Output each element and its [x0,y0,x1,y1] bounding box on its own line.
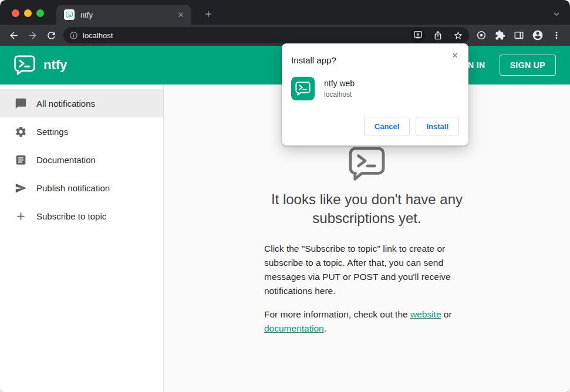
minimize-window-button[interactable] [24,9,32,17]
sidebar-item-label: Documentation [36,155,96,165]
sidebar-item-documentation[interactable]: Documentation [0,146,163,174]
password-manager-extension-icon[interactable] [473,26,490,44]
address-bar[interactable]: localhost [63,27,469,43]
share-icon[interactable] [430,28,446,43]
forward-button[interactable] [23,26,41,44]
bookmark-star-icon[interactable] [450,28,466,43]
tab-search-chevron-icon[interactable] [550,8,563,21]
sidebar-item-publish-notification[interactable]: Publish notification [0,174,163,202]
ntfy-favicon-icon [64,9,75,20]
side-panel-icon[interactable] [510,26,528,44]
extensions-puzzle-icon[interactable] [491,26,509,44]
window-controls [12,9,44,17]
app-title: ntfy [43,58,67,73]
tab-close-icon[interactable] [176,10,185,19]
chat-bubble-icon [14,97,27,110]
new-tab-button[interactable] [201,6,216,22]
send-icon [14,181,27,194]
cancel-button[interactable]: Cancel [364,117,410,136]
tab-strip: ntfy [0,0,570,25]
zoom-window-button[interactable] [36,9,44,17]
empty-state: It looks like you don't have any subscri… [164,147,570,336]
back-button[interactable] [5,26,22,44]
site-info-icon[interactable] [69,31,78,40]
sidebar: All notifications Settings Documentation… [0,85,164,392]
dialog-app-origin: localhost [324,90,355,99]
empty-state-heading: It looks like you don't have any subscri… [244,190,490,228]
documentation-link[interactable]: documentation [264,323,324,333]
more-info-text: . [324,323,326,333]
more-info-text: or [441,309,452,319]
sidebar-item-settings[interactable]: Settings [0,117,163,146]
dialog-app-row: ntfy web localhost [291,77,459,100]
empty-state-paragraph: Click the "Subscribe to topic" link to c… [264,242,470,298]
browser-toolbar: localhost [0,25,570,46]
sidebar-item-label: Publish notification [36,183,110,193]
gear-icon [14,125,27,138]
dialog-close-icon[interactable]: × [448,49,461,62]
address-text[interactable]: localhost [83,31,406,40]
install-app-icon[interactable] [410,28,426,43]
dialog-buttons: Cancel Install [291,117,459,136]
sign-up-button[interactable]: SIGN UP [500,55,556,76]
sidebar-item-all-notifications[interactable]: All notifications [0,89,163,117]
app-brand: ntfy [14,55,67,75]
dialog-app-name: ntfy web [324,79,355,88]
sidebar-item-label: Subscribe to topic [36,211,106,221]
article-icon [14,153,27,166]
sidebar-item-subscribe-to-topic[interactable]: Subscribe to topic [0,202,163,230]
dialog-title: Install app? [291,55,459,65]
install-app-dialog: Install app? × ntfy web localhost Cancel… [282,43,468,146]
browser-menu-icon[interactable] [548,26,565,44]
plus-icon [14,209,27,222]
browser-tab[interactable]: ntfy [56,5,191,25]
ntfy-app-icon [291,77,315,100]
browser-window: ntfy localhost [0,0,570,392]
sidebar-item-label: All notifications [36,99,95,109]
ntfy-logo-icon [14,55,35,75]
tab-title: ntfy [80,11,176,19]
sidebar-item-label: Settings [36,127,68,137]
more-info-text: For more information, check out the [264,309,410,319]
close-window-button[interactable] [12,9,19,17]
install-button[interactable]: Install [416,117,459,136]
more-info-paragraph: For more information, check out the webs… [264,307,470,336]
dialog-app-info: ntfy web localhost [324,79,355,99]
website-link[interactable]: website [410,309,441,319]
reload-button[interactable] [42,26,60,44]
profile-avatar-icon[interactable] [529,26,547,44]
ntfy-logo-large-icon [349,147,385,181]
